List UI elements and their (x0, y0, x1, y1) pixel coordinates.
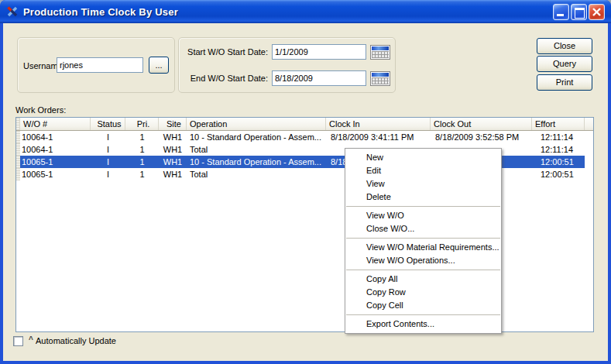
table-body: 10064-1I1WH110 - Standard Operation - As… (16, 131, 593, 180)
cell-operation[interactable]: 10 - Standard Operation - Assem... (187, 156, 326, 168)
cell-operation[interactable]: Total (187, 143, 326, 156)
cell-operation[interactable]: 10 - Standard Operation - Assem... (187, 131, 326, 143)
context-menu: NewEditViewDeleteView W/OClose W/O...Vie… (345, 148, 502, 334)
work-orders-label: Work Orders: (15, 105, 66, 115)
menu-item-new[interactable]: New (345, 151, 501, 164)
calendar-grid (372, 77, 389, 84)
minimize-button[interactable] (553, 4, 569, 20)
start-date-label: Start W/O Start Date: (181, 47, 268, 57)
end-date-calendar-button[interactable] (370, 71, 390, 86)
table-row[interactable]: 10065-1I1WH110 - Standard Operation - As… (16, 156, 593, 168)
cell-site[interactable]: WH1 (159, 143, 187, 156)
print-button[interactable]: Print (537, 74, 592, 91)
cell-clock_in[interactable]: 8/18/2009 3:41:11 PM (326, 131, 431, 143)
calendar-grid (372, 51, 389, 58)
close-button[interactable]: Close (537, 38, 592, 54)
cell-effort[interactable]: 12:00:51 (532, 156, 585, 168)
username-browse-button[interactable]: ... (149, 57, 169, 74)
menu-item-copy-row[interactable]: Copy Row (345, 286, 501, 299)
window-title: Production Time Clock By User (23, 6, 178, 18)
cell-status[interactable]: I (91, 131, 125, 143)
column-header-clock_out[interactable]: Clock Out (431, 118, 532, 130)
work-orders-table[interactable]: W/O #StatusPri.SiteOperationClock InCloc… (15, 117, 594, 332)
close-icon (589, 5, 604, 19)
menu-separator (346, 238, 500, 239)
cell-pri[interactable]: 1 (125, 168, 159, 180)
app-logo-icon (6, 5, 19, 18)
cell-operation[interactable]: Total (187, 168, 326, 180)
menu-item-view-w-o-material-requirements[interactable]: View W/O Material Requirements... (345, 241, 501, 254)
menu-item-copy-all[interactable]: Copy All (345, 273, 501, 286)
menu-separator (346, 270, 500, 270)
menu-item-delete[interactable]: Delete (345, 191, 501, 204)
menu-item-view-w-o[interactable]: View W/O (345, 209, 501, 222)
table-row[interactable]: 10065-1I1WH1Total12:00:51 (16, 168, 593, 180)
column-header-wo[interactable]: W/O # (20, 118, 91, 130)
cell-effort[interactable]: 12:11:14 (532, 131, 585, 143)
menu-separator (346, 314, 500, 315)
username-input[interactable] (57, 57, 143, 73)
start-date-calendar-button[interactable] (370, 45, 390, 60)
menu-item-copy-cell[interactable]: Copy Cell (345, 299, 501, 312)
column-header-operation[interactable]: Operation (187, 118, 326, 130)
dialog-client-area: Username: ... Start W/O Start Date: End … (3, 23, 608, 361)
cell-pri[interactable]: 1 (125, 156, 159, 168)
cell-wo[interactable]: 10064-1 (20, 143, 91, 156)
calendar-icon (372, 46, 389, 50)
end-date-input[interactable] (272, 70, 366, 86)
cell-wo[interactable]: 10064-1 (20, 131, 91, 143)
cell-status[interactable]: I (91, 168, 125, 180)
menu-item-view-w-o-operations[interactable]: View W/O Operations... (345, 254, 501, 267)
column-header-clock_in[interactable]: Clock In (326, 118, 431, 130)
menu-item-close-w-o[interactable]: Close W/O... (345, 222, 501, 235)
cell-status[interactable]: I (91, 156, 125, 168)
maximize-button[interactable] (571, 4, 587, 20)
table-header-row: W/O #StatusPri.SiteOperationClock InCloc… (16, 118, 593, 131)
menu-separator (346, 206, 500, 207)
cell-clock_out[interactable]: 8/18/2009 3:52:58 PM (431, 131, 532, 143)
auto-update-marker-icon: ^ (29, 335, 33, 344)
cell-effort[interactable]: 12:11:14 (532, 143, 585, 156)
column-header-effort[interactable]: Effort (532, 118, 585, 130)
calendar-icon (372, 73, 389, 77)
table-row[interactable]: 10064-1I1WH110 - Standard Operation - As… (16, 131, 593, 143)
cell-site[interactable]: WH1 (159, 168, 187, 180)
cell-site[interactable]: WH1 (159, 156, 187, 168)
cell-pri[interactable]: 1 (125, 131, 159, 143)
auto-update-checkbox[interactable] (13, 336, 23, 346)
column-header-filler (585, 118, 593, 130)
menu-item-edit[interactable]: Edit (345, 164, 501, 177)
column-header-site[interactable]: Site (159, 118, 187, 130)
cell-pri[interactable]: 1 (125, 143, 159, 156)
table-row[interactable]: 10064-1I1WH1Total12:11:14 (16, 143, 593, 156)
cell-wo[interactable]: 10065-1 (20, 168, 91, 180)
cell-effort[interactable]: 12:00:51 (532, 168, 585, 180)
start-date-input[interactable] (272, 44, 366, 60)
title-bar[interactable]: Production Time Clock By User (0, 0, 611, 23)
cell-status[interactable]: I (91, 143, 125, 156)
close-window-button[interactable] (589, 4, 605, 20)
menu-item-view[interactable]: View (345, 177, 501, 191)
end-date-label: End W/O Start Date: (181, 74, 268, 83)
column-header-status[interactable]: Status (91, 118, 125, 130)
auto-update-label: Automatically Update (36, 336, 116, 345)
cell-site[interactable]: WH1 (159, 131, 187, 143)
cell-wo[interactable]: 10065-1 (20, 156, 91, 168)
application-window: Production Time Clock By User Username: … (0, 0, 611, 364)
menu-item-export-contents[interactable]: Export Contents... (345, 318, 501, 331)
query-button[interactable]: Query (537, 56, 592, 72)
column-header-pri[interactable]: Pri. (125, 118, 159, 130)
